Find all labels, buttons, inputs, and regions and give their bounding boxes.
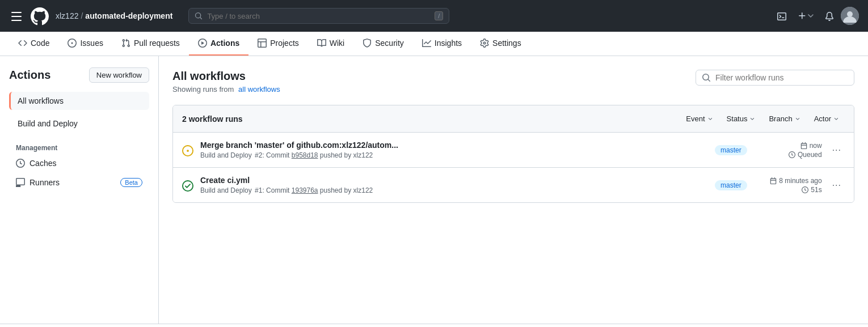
run-2-number: #1 — [255, 186, 262, 194]
wiki-icon — [317, 39, 326, 48]
runs-container: 2 workflow runs Event Status Branch — [172, 105, 854, 203]
run-2-commit[interactable]: 193976a — [292, 186, 318, 194]
run-1-duration-row: Queued — [789, 151, 822, 159]
run-2-time: 8 minutes ago 51s — [754, 177, 822, 194]
run-2-pusher: xlz122 — [353, 186, 373, 194]
sidebar-item-runners[interactable]: Runners Beta — [9, 173, 149, 192]
runs-header: 2 workflow runs Event Status Branch — [173, 105, 854, 133]
calendar-icon-2 — [770, 177, 777, 184]
security-icon — [363, 39, 372, 48]
tab-issues-label: Issues — [80, 39, 103, 48]
repo-name[interactable]: automated-deployment — [85, 11, 172, 20]
caches-label: Caches — [30, 159, 56, 168]
clock-icon-2 — [802, 186, 808, 193]
main-content: All workflows Showing runs from all work… — [159, 56, 868, 324]
hamburger-button[interactable] — [9, 8, 24, 24]
repo-breadcrumb: xlz122 / automated-deployment — [56, 11, 172, 20]
svg-rect-2 — [11, 20, 22, 21]
tab-insights[interactable]: Insights — [413, 32, 471, 56]
github-logo[interactable] — [31, 6, 49, 26]
tab-code[interactable]: Code — [9, 32, 58, 56]
run-1-time-row: now — [800, 142, 822, 150]
filter-input[interactable] — [715, 73, 848, 82]
filter-event-button[interactable]: Event — [680, 112, 718, 125]
tab-issues[interactable]: Issues — [58, 32, 112, 56]
run-1-duration-label: Queued — [798, 151, 822, 159]
run-1-pusher: xlz122 — [353, 151, 373, 159]
svg-rect-1 — [11, 16, 22, 17]
build-deploy-label: Build and Deploy — [18, 119, 78, 128]
run-1-info: Merge branch 'master' of github.com:xlz1… — [200, 141, 708, 159]
calendar-icon-1 — [800, 142, 807, 149]
runners-label: Runners — [30, 178, 60, 187]
main-subtitle: Showing runs from all workflows — [172, 85, 280, 94]
subtitle-link[interactable]: all workflows — [238, 85, 280, 94]
event-chevron-icon — [707, 116, 713, 122]
actions-icon — [198, 39, 207, 48]
search-kbd: / — [435, 11, 443, 20]
management-label: Management — [9, 137, 149, 154]
run-2-branch-badge[interactable]: master — [715, 180, 747, 190]
run-2-detail: Build and Deploy #1: Commit 193976a push… — [200, 186, 708, 194]
run-2-name: Create ci.yml — [200, 176, 708, 185]
run-2-more-button[interactable]: ··· — [829, 178, 845, 193]
top-nav: xlz122 / automated-deployment / — [0, 0, 868, 32]
breadcrumb-separator: / — [81, 11, 83, 20]
sidebar-item-all-workflows[interactable]: All workflows — [9, 92, 149, 110]
run-1-name: Merge branch 'master' of github.com:xlz1… — [200, 141, 708, 150]
run-1-more-button[interactable]: ··· — [829, 143, 845, 158]
add-button[interactable] — [793, 8, 818, 24]
tab-pull-requests[interactable]: Pull requests — [112, 32, 189, 56]
search-input[interactable] — [207, 12, 430, 20]
main-header: All workflows Showing runs from all work… — [172, 70, 854, 94]
pr-icon — [121, 39, 130, 48]
run-2-duration-row: 51s — [802, 186, 821, 194]
run-2-info: Create ci.yml Build and Deploy #1: Commi… — [200, 176, 708, 194]
run-row-2[interactable]: Create ci.yml Build and Deploy #1: Commi… — [173, 168, 854, 202]
tab-settings[interactable]: Settings — [471, 32, 530, 56]
run-1-detail: Build and Deploy #2: Commit b958d18 push… — [200, 151, 708, 159]
run-row-1[interactable]: Merge branch 'master' of github.com:xlz1… — [173, 133, 854, 168]
clock-icon-1 — [789, 151, 795, 158]
tab-pr-label: Pull requests — [134, 39, 180, 48]
tab-projects-label: Projects — [270, 39, 299, 48]
new-workflow-button[interactable]: New workflow — [89, 67, 149, 83]
runners-left: Runners — [16, 178, 60, 187]
run-1-time: now Queued — [754, 142, 822, 159]
sidebar-title: Actions — [9, 69, 50, 82]
projects-icon — [258, 39, 267, 48]
tab-actions-label: Actions — [210, 39, 239, 48]
tab-projects[interactable]: Projects — [248, 32, 308, 56]
sidebar-item-build-deploy[interactable]: Build and Deploy — [9, 114, 149, 133]
search-bar: / — [188, 8, 449, 24]
tab-wiki[interactable]: Wiki — [308, 32, 353, 56]
svg-point-4 — [847, 11, 853, 17]
status-filter-label: Status — [727, 114, 748, 123]
tab-insights-label: Insights — [435, 39, 462, 48]
terminal-button[interactable] — [773, 7, 791, 24]
sidebar-item-caches[interactable]: Caches — [9, 154, 149, 172]
run-2-time-row: 8 minutes ago — [770, 177, 821, 185]
run-1-workflow: Build and Deploy — [200, 151, 252, 159]
notifications-button[interactable] — [820, 7, 838, 24]
tab-wiki-label: Wiki — [330, 39, 344, 48]
run-1-branch-badge[interactable]: master — [715, 145, 747, 155]
tab-code-label: Code — [31, 39, 49, 48]
run-1-time-label: now — [810, 142, 822, 150]
username-link[interactable]: xlz122 — [56, 11, 78, 20]
branch-filter-label: Branch — [769, 114, 792, 123]
filter-status-button[interactable]: Status — [721, 112, 761, 125]
filter-actor-button[interactable]: Actor — [808, 112, 845, 125]
search-icon — [195, 12, 203, 20]
tab-actions[interactable]: Actions — [189, 32, 248, 56]
tab-settings-label: Settings — [492, 39, 521, 48]
avatar[interactable] — [841, 7, 859, 25]
management-section: Management Caches Runners Beta — [9, 137, 149, 192]
status-chevron-icon — [749, 116, 755, 122]
run-1-status-icon — [182, 143, 193, 156]
caches-icon — [16, 159, 25, 168]
run-1-commit[interactable]: b958d18 — [292, 151, 318, 159]
main-layout: Actions New workflow All workflows Build… — [0, 56, 868, 324]
tab-security[interactable]: Security — [353, 32, 413, 56]
filter-branch-button[interactable]: Branch — [763, 112, 806, 125]
